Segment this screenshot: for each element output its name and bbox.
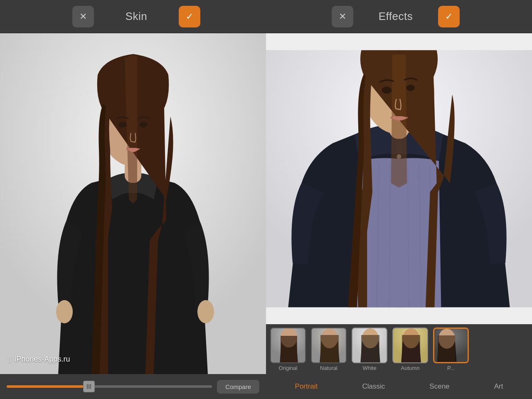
svg-point-7	[118, 122, 127, 128]
skin-cancel-button[interactable]: ✕	[72, 6, 94, 27]
slider-area: Compare	[0, 380, 266, 394]
filter-strip: Original Natural	[266, 324, 532, 374]
filter-autumn[interactable]: Autumn	[392, 328, 429, 371]
main-content:  iPhones-Apps.ru	[0, 33, 532, 374]
skin-confirm-button[interactable]: ✓	[179, 6, 200, 27]
skin-preview-image:  iPhones-Apps.ru	[0, 33, 266, 374]
tab-portrait[interactable]: Portrait	[292, 381, 321, 392]
filter-portrait2[interactable]: P...	[432, 328, 470, 371]
tab-classic[interactable]: Classic	[359, 381, 388, 392]
tab-scene[interactable]: Scene	[426, 381, 453, 392]
tab-art[interactable]: Art	[491, 381, 507, 392]
slider-thumb[interactable]	[83, 381, 95, 392]
skin-title: Skin	[99, 10, 174, 23]
intensity-slider[interactable]	[7, 385, 212, 388]
filter-white-label: White	[362, 365, 376, 371]
right-person-illustration	[266, 33, 532, 324]
filter-natural[interactable]: Natural	[310, 328, 347, 371]
filter-white-thumb	[352, 328, 387, 363]
bottom-toolbar: Compare Portrait Classic Scene Art	[0, 374, 532, 399]
filter-natural-thumb	[311, 328, 347, 363]
svg-point-4	[197, 300, 214, 323]
svg-point-3	[56, 300, 73, 323]
watermark:  iPhones-Apps.ru	[8, 355, 70, 364]
filter-original[interactable]: Original	[269, 328, 307, 371]
compare-button[interactable]: Compare	[217, 380, 259, 394]
filter-autumn-label: Autumn	[401, 365, 420, 371]
effects-section: ✕ Effects ✓	[266, 6, 525, 27]
filter-portrait2-label: P...	[447, 365, 455, 371]
effects-preview-image	[266, 33, 532, 324]
svg-point-23	[406, 85, 415, 91]
apple-logo-icon: 	[8, 355, 11, 364]
left-person-illustration	[0, 33, 266, 374]
filter-original-label: Original	[279, 365, 298, 371]
filter-natural-label: Natural	[320, 365, 337, 371]
tab-area: Portrait Classic Scene Art	[266, 381, 532, 392]
top-toolbar: ✕ Skin ✓ ✕ Effects ✓	[0, 0, 532, 33]
svg-point-8	[139, 122, 148, 128]
effects-title: Effects	[358, 10, 433, 23]
filter-portrait2-thumb	[433, 328, 469, 363]
effects-cancel-button[interactable]: ✕	[332, 6, 353, 27]
right-panel: Original Natural	[266, 33, 532, 374]
svg-point-22	[382, 86, 391, 94]
slider-thumb-icon	[87, 384, 91, 389]
skin-section: ✕ Skin ✓	[7, 6, 266, 27]
left-panel:  iPhones-Apps.ru	[0, 33, 266, 374]
filter-autumn-thumb	[392, 328, 428, 363]
filter-original-thumb	[270, 328, 306, 363]
effects-confirm-button[interactable]: ✓	[438, 6, 460, 27]
filter-white[interactable]: White	[351, 328, 388, 371]
